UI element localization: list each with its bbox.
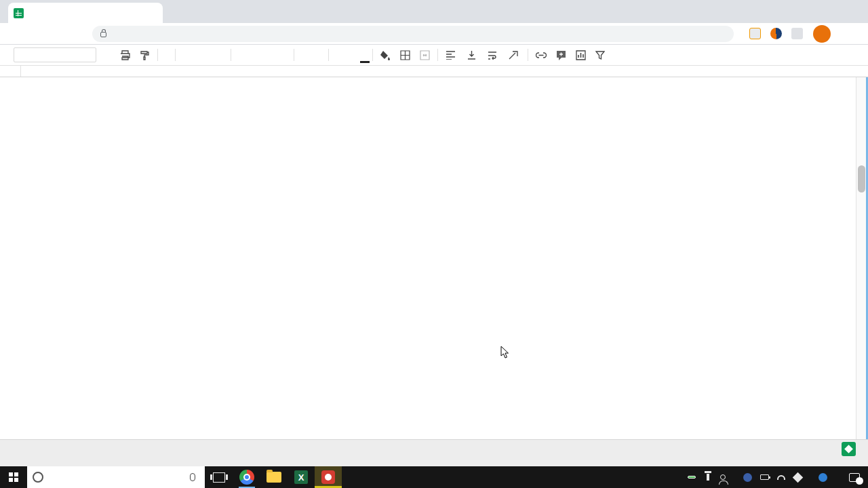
notification-badge (856, 477, 863, 485)
sheets-toolbar (0, 45, 868, 66)
wifi-icon[interactable] (777, 475, 785, 480)
insert-link-icon[interactable] (531, 47, 551, 63)
browser-tab[interactable] (8, 3, 163, 23)
plug-icon[interactable] (707, 474, 709, 481)
task-view-icon[interactable] (213, 472, 225, 483)
extension-icon[interactable] (770, 28, 782, 39)
dropbox-icon[interactable] (793, 472, 804, 483)
start-button[interactable] (0, 466, 27, 488)
increase-decimals-button[interactable] (207, 47, 216, 63)
formula-bar[interactable] (0, 66, 868, 77)
maximize-button[interactable] (803, 0, 834, 23)
microphone-icon[interactable] (190, 473, 195, 481)
excel-icon[interactable]: X (288, 466, 315, 488)
menu-search-input[interactable] (14, 47, 96, 62)
sheets-favicon-icon (14, 8, 24, 18)
font-select[interactable] (234, 47, 291, 63)
vertical-scrollbar[interactable] (856, 77, 866, 439)
paint-format-icon[interactable] (135, 47, 155, 63)
file-explorer-icon[interactable] (260, 466, 288, 488)
screen-recorder-icon[interactable] (315, 466, 342, 488)
insert-comment-icon[interactable] (551, 47, 571, 63)
minimize-button[interactable] (772, 0, 803, 23)
cortana-icon (33, 472, 43, 483)
taskbar-search[interactable] (27, 466, 205, 488)
undo-icon[interactable] (96, 47, 106, 63)
extension-icon[interactable] (791, 28, 803, 39)
close-button[interactable] (834, 0, 865, 23)
insert-chart-icon[interactable] (571, 47, 591, 63)
decrease-decimals-button[interactable] (197, 47, 207, 63)
filter-icon[interactable] (591, 47, 612, 63)
zoom-select[interactable] (161, 47, 172, 63)
font-size-select[interactable] (297, 47, 326, 63)
windows-taskbar: X (0, 466, 868, 488)
horizontal-align-icon[interactable] (441, 47, 462, 63)
battery-percent-badge[interactable] (688, 476, 696, 479)
redo-icon[interactable] (106, 47, 115, 63)
merge-cells-icon[interactable] (415, 47, 435, 63)
input-tools-button[interactable] (623, 47, 635, 63)
text-rotation-icon[interactable] (504, 47, 525, 63)
functions-button[interactable] (612, 47, 623, 63)
text-color-button[interactable] (360, 47, 370, 63)
taskbar-search-input[interactable] (50, 472, 190, 482)
sheet-tab-bar (0, 439, 868, 466)
column-header-strip (0, 77, 868, 92)
battery-icon[interactable] (760, 474, 769, 480)
address-bar[interactable] (92, 26, 734, 42)
padlock-icon (100, 32, 106, 37)
action-center-icon[interactable] (849, 473, 860, 482)
scroll-tabs-right-icon[interactable] (91, 440, 103, 460)
add-sheet-button[interactable] (26, 440, 43, 460)
tray-app-icon[interactable] (743, 473, 752, 482)
chrome-taskbar-icon[interactable] (233, 466, 260, 488)
profile-avatar[interactable] (813, 25, 831, 43)
all-sheets-icon[interactable] (43, 440, 61, 460)
vertical-align-icon[interactable] (462, 47, 483, 63)
bold-button[interactable] (332, 47, 341, 63)
people-icon[interactable] (720, 474, 726, 480)
italic-button[interactable] (341, 47, 351, 63)
borders-icon[interactable] (395, 47, 415, 63)
strikethrough-button[interactable] (351, 47, 360, 63)
toolbar-more-icon[interactable] (849, 47, 859, 63)
browser-navbar (0, 23, 868, 45)
scroll-tabs-left-icon[interactable] (79, 440, 91, 460)
currency-format-button[interactable] (178, 47, 188, 63)
grid-area (0, 77, 868, 439)
number-format-button[interactable] (216, 47, 228, 63)
print-icon[interactable] (115, 47, 135, 63)
browser-titlebar (0, 0, 868, 23)
percent-format-button[interactable] (188, 47, 197, 63)
explore-button[interactable] (842, 442, 861, 456)
explore-icon (842, 442, 856, 456)
fill-color-icon[interactable] (376, 47, 395, 63)
fx-label (11, 66, 21, 77)
cortana-tray-icon[interactable] (818, 473, 827, 482)
extension-icon[interactable] (749, 28, 761, 39)
text-wrap-icon[interactable] (483, 47, 504, 63)
vertical-scrollbar-thumb[interactable] (858, 165, 865, 192)
